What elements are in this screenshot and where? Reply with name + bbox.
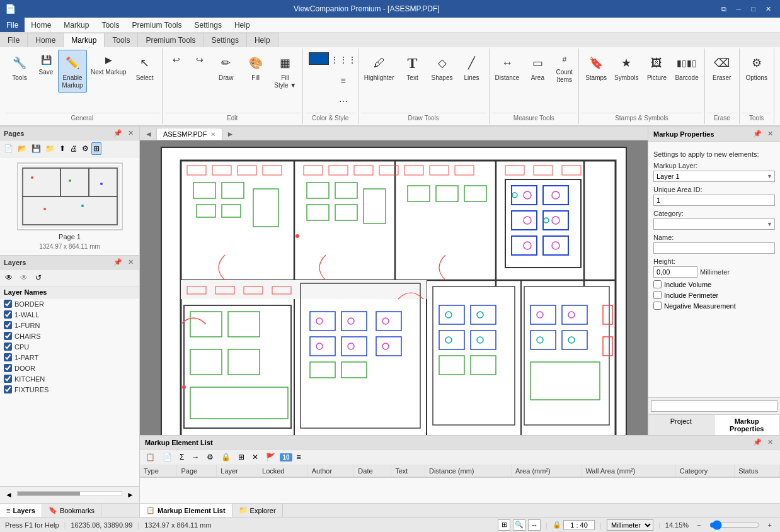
menu-file[interactable]: File [0, 18, 25, 32]
ribbon-tab-home[interactable]: Home [28, 33, 64, 47]
area-btn[interactable]: ▭ Area [523, 50, 552, 85]
pages-save2-btn[interactable]: ⬆ [57, 142, 67, 155]
pages-save-btn[interactable]: 💾 [30, 142, 43, 155]
tab-bookmarks[interactable]: 🔖 Bookmarks [42, 504, 101, 517]
col-text[interactable]: Text [391, 465, 425, 477]
status-icon-2[interactable]: 🔍 [513, 519, 525, 531]
filter-btn[interactable]: ⚙ [204, 451, 217, 463]
zoom-out-btn[interactable]: − [694, 520, 704, 530]
ribbon-tab-tools[interactable]: Tools [105, 33, 138, 47]
ribbon-tab-premium[interactable]: Premium Tools [138, 33, 204, 47]
layer-1-furn[interactable]: 1-FURN [0, 320, 139, 331]
options-btn[interactable]: ⚙ Options [742, 50, 771, 85]
menu-markup[interactable]: Markup [57, 18, 95, 32]
export-btn[interactable]: → [188, 451, 202, 463]
layer-cpu[interactable]: CPU [0, 341, 139, 352]
col-locked[interactable]: Locked [258, 465, 308, 477]
layer-1-part[interactable]: 1-PART [0, 352, 139, 363]
eraser-btn[interactable]: ⌫ Eraser [708, 50, 737, 85]
pages-open-btn[interactable]: 📂 [16, 142, 29, 155]
add-markup-btn[interactable]: 📋 [142, 451, 158, 463]
layer-fixtures[interactable]: FIXTURES [0, 384, 139, 395]
markup-props-pin[interactable]: 📌 [751, 129, 764, 139]
next-markup-btn[interactable]: ▶ Next Markup [88, 50, 130, 79]
pages-new-btn[interactable]: 📄 [2, 142, 15, 155]
unit-select[interactable]: Millimeter [607, 519, 653, 531]
layer-chairs-check[interactable] [4, 332, 12, 340]
height-input[interactable] [653, 266, 697, 278]
more-select[interactable] [651, 400, 777, 412]
ribbon-tab-file[interactable]: File [0, 33, 28, 47]
layers-pin-btn[interactable]: 📌 [112, 258, 124, 267]
zoom-slider[interactable] [709, 520, 760, 530]
layer-border-check[interactable] [4, 300, 12, 308]
doc-tab-main[interactable]: ASESMP.PDF ✕ [156, 128, 223, 140]
name-input[interactable] [653, 242, 775, 254]
include-volume-check[interactable] [653, 280, 662, 288]
layers-scroll-right[interactable]: ► [123, 489, 137, 501]
style-btn[interactable]: ≡ [333, 71, 355, 91]
eye-off-btn[interactable]: 👁 [17, 271, 31, 284]
markup-table-container[interactable]: Type Page Layer Locked Author Date Text … [140, 465, 780, 503]
col-page[interactable]: Page [177, 465, 217, 477]
col-author[interactable]: Author [307, 465, 354, 477]
text-btn[interactable]: T Text [398, 50, 427, 85]
eye-on-btn[interactable]: 👁 [2, 271, 16, 284]
menu-home[interactable]: Home [25, 18, 57, 32]
layer-1part-check[interactable] [4, 353, 12, 361]
fill-style-btn[interactable]: ▦ FillStyle ▼ [271, 50, 300, 93]
color-picker-btn[interactable] [306, 50, 332, 67]
markup-list-pin[interactable]: 📌 [751, 438, 764, 447]
doc-viewport[interactable] [140, 140, 648, 435]
restore-down-btn[interactable]: ⧉ [718, 4, 730, 14]
undo-btn[interactable]: ↩ [165, 50, 188, 70]
menu-premium-tools[interactable]: Premium Tools [125, 18, 188, 32]
select-btn[interactable]: ↖ Select [130, 50, 159, 85]
tab-layers[interactable]: ≡ Layers [0, 504, 42, 517]
col-date[interactable]: Date [354, 465, 391, 477]
col-layer[interactable]: Layer [217, 465, 258, 477]
pages-open2-btn[interactable]: 📁 [43, 142, 57, 155]
unique-area-input[interactable] [653, 195, 775, 206]
col-type[interactable]: Type [140, 465, 177, 477]
markup-list-close[interactable]: ✕ [766, 438, 775, 447]
tab-project[interactable]: Project [648, 415, 714, 435]
layer-door[interactable]: DOOR [0, 363, 139, 373]
menu-settings[interactable]: Settings [188, 18, 228, 32]
maximize-btn[interactable]: □ [747, 4, 759, 14]
close-btn[interactable]: ✕ [762, 4, 775, 14]
tab-explorer[interactable]: 📁 Explorer [232, 504, 283, 517]
menu-tools[interactable]: Tools [95, 18, 125, 32]
distance-btn[interactable]: ↔ Distance [492, 50, 523, 85]
fill-btn[interactable]: 🎨 Fill [241, 50, 270, 85]
layer-kitchen-check[interactable] [4, 375, 12, 383]
zoom-in-btn[interactable]: + [765, 520, 775, 530]
layers-close-btn[interactable]: ✕ [126, 258, 135, 267]
layer-cpu-check[interactable] [4, 342, 12, 351]
count-items-btn[interactable]: # CountItems [553, 50, 576, 86]
category-select[interactable] [653, 218, 775, 230]
layer-kitchen[interactable]: KITCHEN [0, 373, 139, 384]
ribbon-tab-settings[interactable]: Settings [204, 33, 247, 47]
layers-scroll-left[interactable]: ◄ [2, 489, 16, 501]
status-icon-3[interactable]: ↔ [528, 519, 541, 531]
col-area[interactable]: Area (mm²) [512, 465, 582, 477]
sum-btn[interactable]: Σ [176, 451, 187, 463]
ribbon-tab-help[interactable]: Help [247, 33, 278, 47]
picture-btn[interactable]: 🖼 Picture [642, 50, 671, 85]
lines-draw-btn[interactable]: ╱ Lines [457, 50, 486, 85]
tools-btn[interactable]: 🔧 Tools [5, 50, 34, 85]
page-1-thumb[interactable] [17, 162, 123, 230]
lines-btn[interactable]: ⋮⋮⋮ [333, 50, 355, 70]
pages-thumb-btn[interactable]: ⊞ [91, 142, 101, 155]
redo-btn[interactable]: ↪ [188, 50, 211, 70]
symbols-btn[interactable]: ★ Symbols [611, 50, 641, 85]
pages-pin-btn[interactable]: 📌 [112, 128, 124, 138]
doc-nav-right[interactable]: ► [224, 128, 236, 140]
flag-btn[interactable]: 🚩 [263, 451, 278, 463]
pages-close-btn[interactable]: ✕ [126, 128, 135, 138]
save-btn[interactable]: 💾 Save [35, 50, 57, 79]
copy-markup-btn[interactable]: 📄 [159, 451, 175, 463]
draw-btn[interactable]: ✏ Draw [212, 50, 241, 85]
layer-door-check[interactable] [4, 364, 12, 372]
